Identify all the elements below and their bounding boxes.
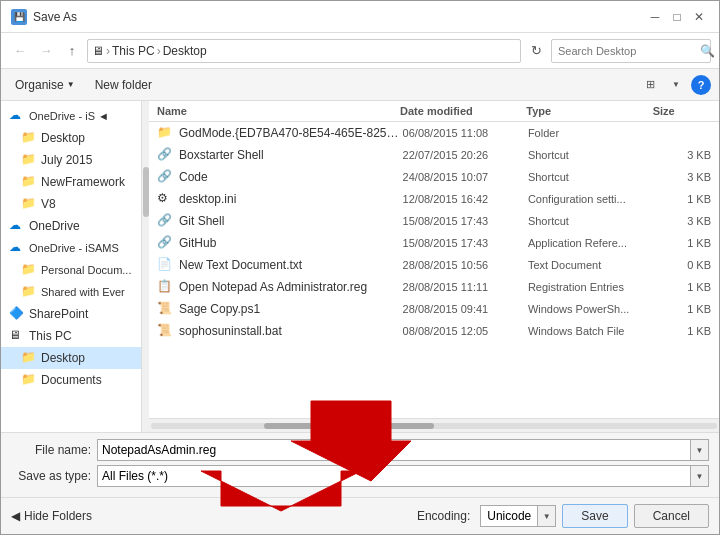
table-row[interactable]: 📁 GodMode.{ED7BA470-8E54-465E-825C-... 0… [149,122,719,144]
table-row[interactable]: 📄 New Text Document.txt 28/08/2015 10:56… [149,254,719,276]
sidebar-scrollbar[interactable] [141,101,149,432]
file-type: Windows Batch File [528,325,653,337]
sidebar-item-desktop-1[interactable]: 📁 Desktop [1,127,148,149]
table-row[interactable]: 🔗 Code 24/08/2015 10:07 Shortcut 3 KB [149,166,719,188]
view-options-button[interactable]: ⊞ [639,74,661,96]
sidebar-item-july2015[interactable]: 📁 July 2015 [1,149,148,171]
sidebar-item-newframework-label: NewFramework [41,175,125,189]
file-name: GitHub [179,236,403,250]
horizontal-scrollbar[interactable] [149,418,719,432]
col-header-date[interactable]: Date modified [400,105,526,117]
savetype-dropdown-btn[interactable]: ▼ [690,466,708,486]
help-button[interactable]: ? [691,75,711,95]
settings-icon: ⚙ [157,191,175,207]
footer-row: ◀ Hide Folders Encoding: Unicode ▼ Save … [1,497,719,534]
encoding-label: Encoding: [417,509,470,523]
filename-dropdown-btn[interactable]: ▼ [690,440,708,460]
col-header-type[interactable]: Type [526,105,652,117]
file-name: Sage Copy.ps1 [179,302,403,316]
up-button[interactable]: ↑ [61,40,83,62]
window-controls: ─ □ ✕ [645,7,709,27]
search-box[interactable]: 🔍 [551,39,711,63]
new-folder-button[interactable]: New folder [89,76,158,94]
savetype-input-container[interactable]: All Files (*.*) ▼ [97,465,709,487]
file-size: 1 KB [653,193,711,205]
address-path[interactable]: 🖥 › This PC › Desktop [87,39,521,63]
col-header-name[interactable]: Name [157,105,400,117]
file-date: 06/08/2015 11:08 [403,127,528,139]
save-button[interactable]: Save [562,504,627,528]
table-row[interactable]: 📜 Sage Copy.ps1 28/08/2015 09:41 Windows… [149,298,719,320]
window-title: Save As [33,10,645,24]
folder-icon: 📁 [21,196,37,212]
title-bar: 💾 Save As ─ □ ✕ [1,1,719,33]
sidebar-item-onedrive-is[interactable]: ☁ OneDrive - iS ◄ [1,105,148,127]
path-icon: 🖥 [92,44,104,58]
sidebar-item-shared-ever[interactable]: 📁 Shared with Ever [1,281,148,303]
refresh-button[interactable]: ↻ [525,40,547,62]
sidebar-item-sharepoint[interactable]: 🔷 SharePoint [1,303,148,325]
search-icon: 🔍 [700,44,715,58]
hide-folders-label: Hide Folders [24,509,92,523]
table-row[interactable]: 🔗 GitHub 15/08/2015 17:43 Application Re… [149,232,719,254]
file-size: 1 KB [653,237,711,249]
sidebar-item-this-pc[interactable]: 🖥 This PC [1,325,148,347]
file-name: Git Shell [179,214,403,228]
file-date: 28/08/2015 11:11 [403,281,528,293]
bottom-form: File name: ▼ Save as type: All Files (*.… [1,432,719,497]
organise-button[interactable]: Organise ▼ [9,76,81,94]
table-row[interactable]: ⚙ desktop.ini 12/08/2015 16:42 Configura… [149,188,719,210]
filename-input[interactable] [98,441,690,459]
sidebar-item-onedrive[interactable]: ☁ OneDrive [1,215,148,237]
sidebar-item-documents[interactable]: 📁 Documents [1,369,148,391]
minimize-button[interactable]: ─ [645,7,665,27]
folder-icon: 📁 [21,372,37,388]
window-icon: 💾 [11,9,27,25]
sidebar-item-onedrive-isams[interactable]: ☁ OneDrive - iSAMS [1,237,148,259]
sidebar-item-sharepoint-label: SharePoint [29,307,88,321]
sidebar-item-desktop-sel[interactable]: 📁 Desktop [1,347,148,369]
encoding-select[interactable]: Unicode ▼ [480,505,556,527]
shortcut-icon: 🔗 [157,213,175,229]
file-name: Open Notepad As Administrator.reg [179,280,403,294]
savetype-row: Save as type: All Files (*.*) ▼ [11,465,709,487]
folder-icon: 📁 [21,174,37,190]
file-size: 0 KB [653,259,711,271]
table-row[interactable]: 📜 sophosuninstall.bat 08/08/2015 12:05 W… [149,320,719,342]
filename-row: File name: ▼ [11,439,709,461]
forward-button[interactable]: → [35,40,57,62]
back-button[interactable]: ← [9,40,31,62]
sidebar-item-v8[interactable]: 📁 V8 [1,193,148,215]
sidebar-item-shared-ever-label: Shared with Ever [41,286,125,298]
new-folder-label: New folder [95,78,152,92]
encoding-dropdown-btn[interactable]: ▼ [537,506,555,526]
hide-folders-button[interactable]: ◀ Hide Folders [11,509,92,523]
sidebar: ☁ OneDrive - iS ◄ 📁 Desktop 📁 July 2015 … [1,101,149,395]
file-name: desktop.ini [179,192,403,206]
file-type: Shortcut [528,149,653,161]
table-row[interactable]: 🔗 Boxstarter Shell 22/07/2015 20:26 Shor… [149,144,719,166]
search-input[interactable] [558,45,696,57]
col-header-size[interactable]: Size [653,105,711,117]
folder-icon: 📁 [21,152,37,168]
close-button[interactable]: ✕ [689,7,709,27]
table-row[interactable]: 🔗 Git Shell 15/08/2015 17:43 Shortcut 3 … [149,210,719,232]
file-date: 22/07/2015 20:26 [403,149,528,161]
view-dropdown-button[interactable]: ▼ [665,74,687,96]
sidebar-item-desktop-sel-label: Desktop [41,351,85,365]
filename-input-container[interactable]: ▼ [97,439,709,461]
path-thispc: This PC [112,44,155,58]
sidebar-item-newframework[interactable]: 📁 NewFramework [1,171,148,193]
cancel-button[interactable]: Cancel [634,504,709,528]
cloud-icon: ☁ [9,240,25,256]
sidebar-scroll-thumb [143,167,149,217]
toolbar-right: ⊞ ▼ ? [639,74,711,96]
file-size: 3 KB [653,149,711,161]
maximize-button[interactable]: □ [667,7,687,27]
sidebar-item-personal-doc[interactable]: 📁 Personal Docum... [1,259,148,281]
file-type: Application Refere... [528,237,653,249]
shortcut-icon: 🔗 [157,169,175,185]
file-list[interactable]: 📁 GodMode.{ED7BA470-8E54-465E-825C-... 0… [149,122,719,418]
table-row[interactable]: 📋 Open Notepad As Administrator.reg 28/0… [149,276,719,298]
sidebar-item-v8-label: V8 [41,197,56,211]
